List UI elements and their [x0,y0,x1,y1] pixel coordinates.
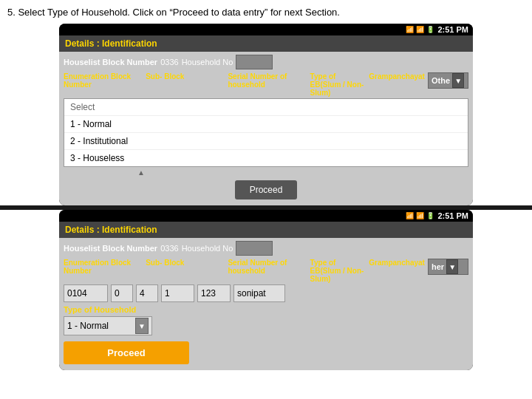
houselist-row-bottom: Houselist Block Number 0336 Household No [64,241,468,256]
dropdown-item-houseless[interactable]: 3 - Houseless [64,150,468,166]
status-icons-bottom: 📶 📶 🔋 [406,212,434,219]
field-serial[interactable] [136,284,158,302]
sim-icon-2: 📶 [406,212,414,219]
normal-dropdown-value: 1 - Normal [67,321,109,331]
her-label: her [432,262,444,271]
status-bar-bottom: 📶 📶 🔋 2:51 PM [59,210,473,222]
type-col-header-b: Type of EB(Slum / Non- Slum) [310,259,368,283]
other-label: Othe [432,76,450,85]
household-label-bottom: Household No [182,244,233,253]
gram-col-header-b: Grampanchayat [369,259,426,267]
field-enum-block[interactable] [64,284,108,302]
screen-bottom: Houselist Block Number 0336 Household No… [59,238,473,370]
serial-col-header: Serial Number of household [228,72,307,97]
enum-col-header-b: Enumeration Block Number [64,259,143,283]
her-dropdown[interactable]: her ▼ [428,259,468,275]
block-number-bottom: 0336 [160,244,178,253]
dropdown-item-normal[interactable]: 1 - Normal [64,116,468,133]
sub-col-header-b: Sub- Block [146,259,225,283]
sub-col-header: Sub- Block [146,72,225,97]
proceed-button-top[interactable]: Proceed [235,180,298,200]
screen-top: Houselist Block Number 0336 Household No… [59,52,473,205]
app-header-bottom: Details : Identification [59,222,473,238]
dropdown-arrow-bottom[interactable]: ▼ [446,259,458,274]
phone-frame-top: 📶 📶 🔋 2:51 PM Details : Identification H… [59,24,473,205]
battery-icon: 🔋 [426,26,434,33]
dropdown-item-institutional[interactable]: 2 - Institutional [64,133,468,150]
gram-col-header: Grampanchayat [369,72,426,81]
data-inputs-row [64,284,468,302]
network-icon: 📶 [416,26,424,33]
field-sub-block[interactable] [111,284,133,302]
houselist-row-top: Houselist Block Number 0336 Household No [64,55,468,69]
phone-frame-bottom: 📶 📶 🔋 2:51 PM Details : Identification H… [59,210,473,370]
field-city[interactable] [233,284,285,302]
normal-dropdown-arrow[interactable]: ▼ [135,318,149,334]
network-icon-2: 📶 [416,212,424,219]
block-number-top: 0336 [160,58,178,66]
dropdown-menu: Select 1 - Normal 2 - Institutional 3 - … [64,98,468,167]
type-col-header: Type of EB(Slum / Non-Slum) [310,72,368,97]
proceed-button-bottom[interactable]: Proceed [64,341,189,364]
serial-col-header-b: Serial Number of household [228,259,307,283]
household-label-top: Household No [182,58,233,66]
other-dropdown-top[interactable]: Othe ▼ [428,72,468,89]
col-headers-top: Enumeration Block Number Sub- Block Seri… [64,72,468,97]
enum-col-header: Enumeration Block Number [64,72,143,97]
household-input-bottom[interactable] [236,241,273,256]
instruction-text: 5. Select Type of Household. Click on “P… [0,0,532,24]
status-time-top: 2:51 PM [437,25,468,34]
app-header-top: Details : Identification [59,35,473,52]
houselist-label-top: Houselist Block Number [64,58,157,66]
field-gram[interactable] [197,284,231,302]
field-type[interactable] [161,284,194,302]
sim-icon: 📶 [406,26,414,33]
status-icons-top: 📶 📶 🔋 [406,26,434,33]
battery-icon-2: 🔋 [426,212,434,219]
normal-dropdown[interactable]: 1 - Normal ▼ [64,316,152,335]
household-input-top[interactable] [236,55,273,69]
dropdown-arrow-top[interactable]: ▼ [452,73,464,88]
status-time-bottom: 2:51 PM [437,211,468,220]
status-bar-top: 📶 📶 🔋 2:51 PM [59,24,473,35]
toh-label: Type of Household [64,305,468,314]
houselist-label-bottom: Houselist Block Number [64,244,157,253]
dropdown-item-select[interactable]: Select [64,99,468,116]
col-headers-bottom: Enumeration Block Number Sub- Block Seri… [64,259,468,283]
cursor-area: ▲ [64,168,468,177]
